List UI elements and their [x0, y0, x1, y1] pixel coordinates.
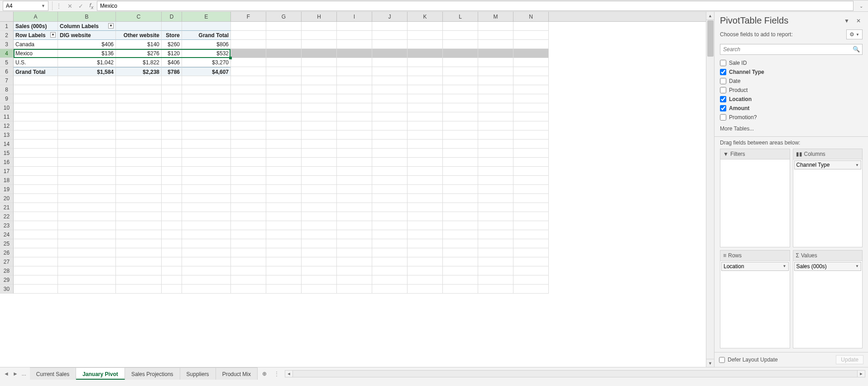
- row-header[interactable]: 8: [0, 85, 14, 94]
- cell[interactable]: [58, 285, 116, 294]
- col-header[interactable]: C: [116, 12, 162, 21]
- chevron-down-icon[interactable]: ▼: [855, 163, 859, 167]
- filter-dropdown-icon[interactable]: ▾: [50, 32, 56, 38]
- cell[interactable]: [513, 85, 549, 94]
- cell[interactable]: [116, 149, 162, 158]
- cell[interactable]: [231, 266, 266, 275]
- row-header[interactable]: 20: [0, 194, 14, 203]
- cell[interactable]: [182, 149, 231, 158]
- scroll-thumb[interactable]: [707, 20, 714, 57]
- cell[interactable]: [513, 203, 549, 212]
- cell[interactable]: [14, 194, 58, 203]
- cell[interactable]: [14, 257, 58, 266]
- cell[interactable]: $4,607: [182, 67, 231, 76]
- field-item[interactable]: Amount: [720, 104, 863, 113]
- tools-button[interactable]: ⚙ ▼: [846, 29, 863, 39]
- cell[interactable]: [443, 94, 478, 103]
- cell[interactable]: [162, 257, 182, 266]
- cell[interactable]: [182, 140, 231, 149]
- cell[interactable]: [513, 149, 549, 158]
- sheet-tab[interactable]: Suppliers: [180, 367, 216, 380]
- cell[interactable]: [478, 49, 513, 58]
- cell[interactable]: [302, 185, 337, 194]
- cell[interactable]: [231, 176, 266, 185]
- col-header[interactable]: M: [478, 12, 513, 21]
- cell[interactable]: $786: [162, 67, 182, 76]
- cell[interactable]: [58, 248, 116, 257]
- cell[interactable]: [58, 158, 116, 167]
- cell[interactable]: [116, 230, 162, 239]
- cell[interactable]: [513, 194, 549, 203]
- cell[interactable]: $1,584: [58, 67, 116, 76]
- cell[interactable]: [116, 76, 162, 85]
- cell[interactable]: [116, 185, 162, 194]
- cell[interactable]: [266, 230, 302, 239]
- cell[interactable]: [443, 49, 478, 58]
- cell[interactable]: [443, 230, 478, 239]
- cell[interactable]: [478, 149, 513, 158]
- cell[interactable]: [372, 49, 408, 58]
- cell[interactable]: [182, 275, 231, 285]
- cell[interactable]: [231, 58, 266, 67]
- cell[interactable]: $2,238: [116, 67, 162, 76]
- cell[interactable]: [182, 194, 231, 203]
- cell[interactable]: [302, 31, 337, 40]
- cell[interactable]: $276: [116, 49, 162, 58]
- cell[interactable]: [231, 149, 266, 158]
- cell[interactable]: [513, 76, 549, 85]
- cell[interactable]: [408, 275, 443, 285]
- cell[interactable]: [116, 203, 162, 212]
- cell[interactable]: [266, 149, 302, 158]
- cell[interactable]: [14, 76, 58, 85]
- row-header[interactable]: 11: [0, 112, 14, 121]
- cell[interactable]: [408, 121, 443, 130]
- cell[interactable]: [478, 266, 513, 275]
- col-header[interactable]: J: [372, 12, 408, 21]
- cell[interactable]: [478, 203, 513, 212]
- cell[interactable]: [372, 194, 408, 203]
- cell[interactable]: [116, 221, 162, 230]
- cell[interactable]: [372, 212, 408, 221]
- cell[interactable]: [408, 103, 443, 112]
- cell[interactable]: [513, 103, 549, 112]
- scroll-right-icon[interactable]: ►: [857, 370, 865, 377]
- field-checkbox[interactable]: [720, 87, 726, 93]
- cell[interactable]: [302, 85, 337, 94]
- row-header[interactable]: 25: [0, 239, 14, 248]
- cell[interactable]: [372, 158, 408, 167]
- cell[interactable]: [372, 167, 408, 176]
- cell[interactable]: [14, 176, 58, 185]
- row-header[interactable]: 15: [0, 149, 14, 158]
- cell[interactable]: [231, 275, 266, 285]
- cell[interactable]: [443, 31, 478, 40]
- scroll-up-icon[interactable]: ▲: [706, 12, 714, 20]
- cell[interactable]: [116, 257, 162, 266]
- cell[interactable]: [162, 22, 182, 31]
- cell[interactable]: [162, 94, 182, 103]
- cell[interactable]: [337, 140, 372, 149]
- cell[interactable]: [408, 167, 443, 176]
- cell[interactable]: [372, 94, 408, 103]
- field-checkbox[interactable]: [720, 96, 726, 102]
- cell[interactable]: [372, 230, 408, 239]
- cell[interactable]: [408, 40, 443, 49]
- cell[interactable]: [337, 22, 372, 31]
- cell[interactable]: [182, 248, 231, 257]
- cell[interactable]: [337, 275, 372, 285]
- cell[interactable]: [182, 285, 231, 294]
- cell[interactable]: [231, 85, 266, 94]
- cell[interactable]: [408, 49, 443, 58]
- cell[interactable]: [302, 158, 337, 167]
- cell[interactable]: [337, 58, 372, 67]
- col-header[interactable]: B: [58, 12, 116, 21]
- cell[interactable]: [372, 185, 408, 194]
- cell[interactable]: [162, 130, 182, 140]
- cell[interactable]: [266, 103, 302, 112]
- cell[interactable]: [58, 149, 116, 158]
- field-chip[interactable]: Channel Type▼: [794, 160, 862, 169]
- cell[interactable]: [266, 49, 302, 58]
- cell[interactable]: [372, 31, 408, 40]
- cell[interactable]: $532: [182, 49, 231, 58]
- filter-dropdown-icon[interactable]: ▾: [108, 23, 114, 29]
- col-header[interactable]: F: [231, 12, 266, 21]
